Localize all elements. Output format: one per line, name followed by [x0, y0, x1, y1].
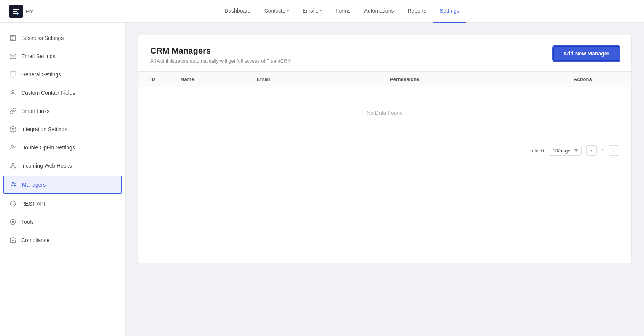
sidebar-general-settings-label: General Settings — [21, 71, 61, 78]
user-icon — [9, 89, 17, 97]
col-id: ID — [150, 76, 181, 82]
no-data-message: No Data Found — [138, 87, 631, 139]
api-icon — [9, 200, 17, 208]
sidebar-integration-settings-label: Integration Settings — [21, 126, 67, 132]
logo-pro-label: Pro — [26, 8, 33, 14]
main-layout: Business Settings Email Settings General… — [0, 23, 644, 336]
svg-point-18 — [12, 221, 14, 223]
table-container: ID Name Email Permissions Actions No Dat… — [138, 72, 631, 162]
table-header: ID Name Email Permissions Actions — [138, 72, 631, 87]
add-new-manager-button[interactable]: Add New Manager — [553, 46, 619, 61]
logo-icon — [9, 5, 23, 18]
sidebar-item-compliance[interactable]: Compliance — [0, 231, 125, 249]
sidebar-custom-contact-fields-label: Custom Contact Fields — [21, 90, 75, 96]
col-permissions: Permissions — [390, 76, 574, 82]
sidebar-double-opt-in-label: Double Opt-in Settings — [21, 144, 75, 151]
sidebar-item-business-settings[interactable]: Business Settings — [0, 29, 125, 47]
compliance-icon — [9, 236, 17, 244]
table-footer: Total 0 10/page 25/page 50/page ‹ 1 › — [138, 139, 631, 162]
emails-chevron-icon: ▾ — [320, 9, 322, 13]
svg-point-11 — [13, 163, 14, 164]
sidebar-compliance-label: Compliance — [21, 237, 49, 243]
svg-point-10 — [11, 145, 14, 147]
nav-automations[interactable]: Automations — [358, 0, 401, 23]
sidebar: Business Settings Email Settings General… — [0, 23, 126, 336]
sidebar-email-settings-label: Email Settings — [21, 53, 55, 59]
nav-dashboard[interactable]: Dashboard — [218, 0, 258, 23]
sidebar-item-general-settings[interactable]: General Settings — [0, 65, 125, 84]
sidebar-item-email-settings[interactable]: Email Settings — [0, 47, 125, 65]
nav-links: Dashboard Contacts ▾ Emails ▾ Forms Auto… — [49, 0, 635, 23]
nav-contacts[interactable]: Contacts ▾ — [258, 0, 296, 23]
managers-icon — [10, 181, 17, 189]
page-title-group: CRM Managers All Administrators automati… — [150, 46, 291, 64]
sidebar-item-double-opt-in-settings[interactable]: Double Opt-in Settings — [0, 138, 125, 157]
per-page-select[interactable]: 10/page 25/page 50/page — [549, 146, 582, 156]
sidebar-item-custom-contact-fields[interactable]: Custom Contact Fields — [0, 84, 125, 102]
sidebar-item-smart-links[interactable]: Smart Links — [0, 102, 125, 120]
svg-point-17 — [10, 219, 16, 225]
nav-forms[interactable]: Forms — [329, 0, 358, 23]
settings-icon — [9, 125, 17, 133]
pagination-next-button[interactable]: › — [609, 145, 619, 156]
pagination-prev-button[interactable]: ‹ — [586, 145, 597, 156]
sidebar-item-integration-settings[interactable]: Integration Settings — [0, 120, 125, 138]
page-title: CRM Managers — [150, 46, 291, 56]
webhook-icon — [9, 162, 17, 170]
pagination: ‹ 1 › — [586, 145, 619, 156]
sidebar-item-tools[interactable]: Tools — [0, 213, 125, 231]
svg-point-13 — [14, 167, 16, 168]
col-email: Email — [257, 76, 390, 82]
sidebar-incoming-web-hooks-label: Incoming Web Hooks — [21, 163, 72, 169]
main-content: CRM Managers All Administrators automati… — [126, 23, 644, 336]
page-subtitle: All Administrators automatically will ge… — [150, 58, 291, 64]
mail-icon — [9, 52, 17, 60]
contacts-chevron-icon: ▾ — [287, 9, 289, 13]
svg-point-15 — [14, 184, 16, 185]
sidebar-item-managers[interactable]: Managers — [3, 176, 122, 194]
svg-point-9 — [12, 128, 14, 130]
svg-point-12 — [10, 167, 11, 168]
svg-point-14 — [12, 182, 14, 184]
nav-settings[interactable]: Settings — [433, 0, 466, 23]
col-actions: Actions — [574, 76, 619, 82]
sidebar-tools-label: Tools — [21, 219, 34, 225]
col-name: Name — [181, 76, 257, 82]
sidebar-item-incoming-web-hooks[interactable]: Incoming Web Hooks — [0, 157, 125, 175]
content-card: CRM Managers All Administrators automati… — [138, 35, 632, 263]
sidebar-item-rest-api[interactable]: REST API — [0, 195, 125, 213]
total-label: Total 0 — [529, 148, 544, 154]
sidebar-smart-links-label: Smart Links — [21, 108, 49, 114]
tool-icon — [9, 218, 17, 226]
user-check-icon — [9, 144, 17, 151]
nav-reports[interactable]: Reports — [401, 0, 433, 23]
svg-rect-5 — [10, 72, 16, 76]
current-page-number: 1 — [600, 148, 606, 154]
link-icon — [9, 107, 17, 115]
sidebar-rest-api-label: REST API — [21, 201, 45, 207]
nav-emails[interactable]: Emails ▾ — [296, 0, 329, 23]
file-text-icon — [9, 34, 17, 42]
svg-point-8 — [12, 90, 14, 93]
monitor-icon — [9, 71, 17, 78]
logo: Pro — [9, 5, 33, 18]
content-header: CRM Managers All Administrators automati… — [138, 35, 631, 72]
sidebar-managers-label: Managers — [22, 182, 46, 188]
top-navigation: Pro Dashboard Contacts ▾ Emails ▾ Forms … — [0, 0, 644, 23]
sidebar-business-settings-label: Business Settings — [21, 35, 64, 41]
